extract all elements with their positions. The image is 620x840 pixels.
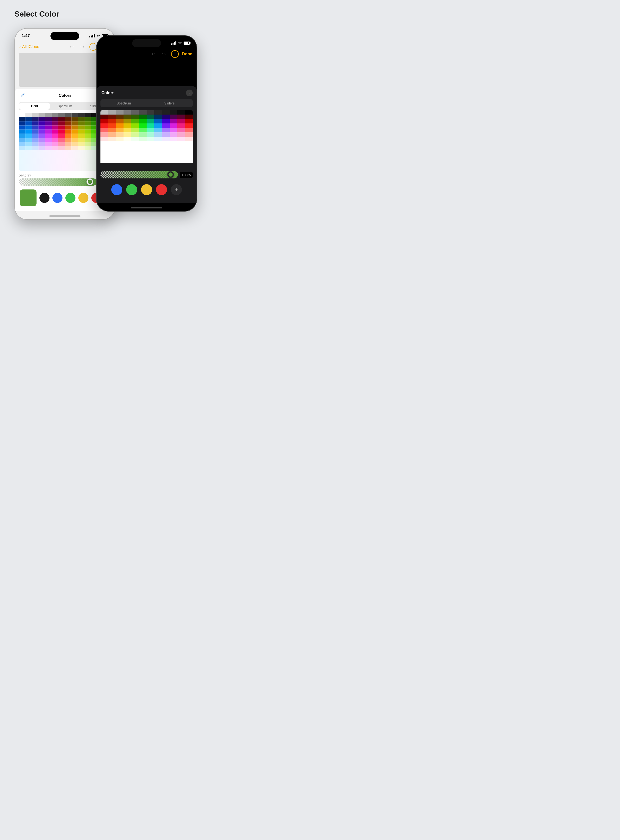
swatches-row-dark: + (101, 182, 193, 198)
svg-rect-160 (170, 119, 178, 123)
swatch-yellow-dark[interactable] (141, 184, 152, 195)
svg-rect-19 (52, 117, 58, 121)
svg-rect-74 (45, 134, 52, 138)
status-time-light: 1:47 (22, 33, 30, 38)
opacity-slider-light[interactable] (19, 178, 97, 186)
svg-rect-59 (38, 130, 45, 134)
svg-rect-115 (38, 146, 45, 150)
done-button-dark[interactable]: Done (182, 52, 193, 56)
svg-rect-21 (65, 117, 71, 121)
svg-rect-138 (185, 110, 193, 114)
swatch-blue-dark[interactable] (111, 184, 122, 195)
svg-rect-77 (65, 134, 71, 138)
svg-rect-156 (139, 119, 147, 123)
opacity-slider-dark[interactable] (101, 171, 178, 178)
svg-rect-199 (101, 136, 108, 141)
panel-title-light: Colors (26, 93, 104, 98)
redo-button-dark[interactable]: ↪ (161, 50, 168, 58)
svg-rect-105 (65, 142, 71, 146)
svg-rect-51 (78, 125, 84, 129)
swatch-green-light[interactable] (65, 193, 75, 203)
svg-rect-118 (59, 146, 65, 150)
svg-rect-35 (65, 121, 71, 125)
svg-rect-50 (71, 125, 78, 129)
svg-rect-194 (154, 132, 162, 136)
svg-rect-189 (116, 132, 123, 136)
svg-rect-88 (45, 138, 52, 142)
svg-rect-117 (52, 146, 58, 150)
svg-rect-147 (162, 114, 170, 119)
svg-rect-108 (84, 142, 91, 146)
svg-rect-48 (59, 125, 65, 129)
svg-rect-33 (52, 121, 58, 125)
tab-spectrum-light[interactable]: Spectrum (50, 102, 80, 110)
svg-rect-73 (38, 134, 45, 138)
svg-rect-172 (170, 123, 178, 128)
svg-rect-180 (139, 128, 147, 132)
svg-rect-87 (38, 138, 45, 142)
svg-rect-43 (25, 125, 32, 129)
svg-rect-168 (139, 123, 147, 128)
svg-rect-133 (147, 110, 154, 114)
swatch-black-light[interactable] (39, 193, 50, 203)
add-swatch-button-dark[interactable]: + (171, 184, 182, 195)
color-panel-dark: Colors × Spectrum Sliders (96, 86, 197, 203)
svg-rect-89 (52, 138, 58, 142)
svg-rect-3 (38, 113, 45, 117)
status-icons-light (89, 34, 108, 38)
close-button-dark[interactable]: × (186, 90, 193, 96)
svg-rect-100 (32, 142, 38, 146)
svg-rect-112 (19, 146, 25, 150)
svg-rect-175 (101, 128, 108, 132)
redo-button-light[interactable]: ↪ (79, 43, 86, 50)
opacity-thumb-light (87, 178, 93, 185)
svg-rect-170 (154, 123, 162, 128)
svg-rect-198 (185, 132, 193, 136)
more-button-dark[interactable]: ··· (171, 50, 179, 58)
phones-container: 1:47 ‹ (14, 28, 197, 220)
svg-rect-195 (162, 132, 170, 136)
svg-rect-78 (71, 134, 78, 138)
home-indicator-dark (96, 204, 197, 211)
svg-rect-107 (78, 142, 84, 146)
svg-rect-182 (154, 128, 162, 132)
undo-button-dark[interactable]: ↩ (150, 50, 157, 58)
tab-grid-light[interactable]: Grid (19, 102, 50, 110)
svg-rect-7 (65, 113, 71, 117)
svg-rect-142 (123, 114, 131, 119)
color-grid-dark[interactable] (101, 110, 193, 168)
swatch-red-dark[interactable] (156, 184, 167, 195)
svg-rect-193 (147, 132, 154, 136)
back-button-light[interactable]: ‹ All iCloud (19, 44, 39, 50)
svg-rect-177 (116, 128, 123, 132)
panel-title-dark: Colors (101, 90, 186, 95)
opacity-value-dark: 100% (180, 172, 193, 178)
svg-rect-122 (84, 146, 91, 150)
svg-rect-148 (170, 114, 178, 119)
svg-rect-101 (38, 142, 45, 146)
svg-rect-9 (78, 113, 84, 117)
svg-rect-58 (32, 130, 38, 134)
eyedropper-button[interactable] (19, 92, 26, 99)
svg-rect-166 (123, 123, 131, 128)
svg-rect-10 (84, 113, 91, 117)
more-button-light[interactable]: ··· (89, 43, 97, 51)
svg-rect-18 (45, 117, 52, 121)
swatch-yellow-light[interactable] (78, 193, 89, 203)
swatch-blue-light[interactable] (53, 193, 62, 203)
svg-rect-163 (101, 123, 108, 128)
svg-rect-176 (108, 128, 116, 132)
svg-rect-162 (185, 119, 193, 123)
swatch-selected-light[interactable] (20, 189, 36, 206)
tab-spectrum-dark[interactable]: Spectrum (101, 100, 147, 107)
svg-rect-60 (45, 130, 52, 134)
svg-rect-129 (116, 110, 123, 114)
svg-rect-171 (162, 123, 170, 128)
swatch-green-dark[interactable] (126, 184, 137, 195)
undo-button-light[interactable]: ↩ (68, 43, 75, 50)
tab-sliders-dark[interactable]: Sliders (147, 100, 192, 107)
svg-rect-36 (71, 121, 78, 125)
svg-rect-150 (185, 114, 193, 119)
svg-rect-145 (147, 114, 154, 119)
svg-rect-120 (71, 146, 78, 150)
